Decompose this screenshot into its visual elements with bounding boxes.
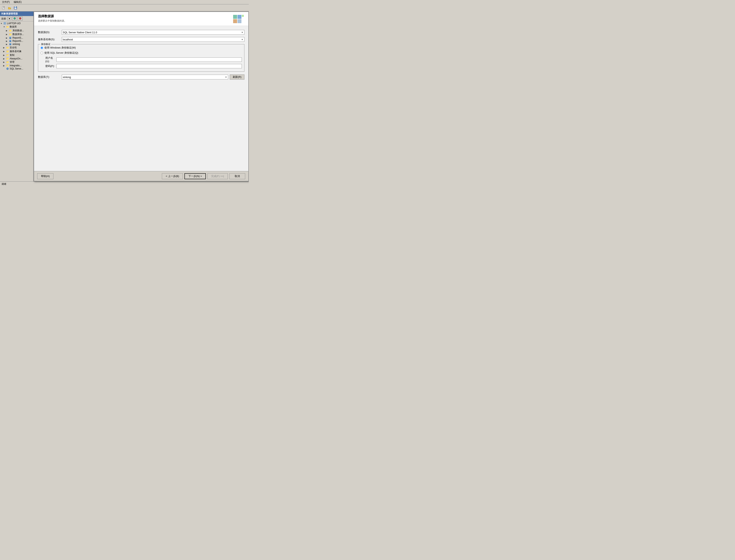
svg-point-19 [9,44,11,45]
expand-alwayson[interactable]: ▶ [3,58,6,60]
footer-right: < 上一步(B) 下一步(N) > 完成(F) >>| 取消 [162,173,245,179]
db-icon-reports2 [9,40,12,42]
toolbar-save-btn[interactable] [13,5,18,10]
sql-auth-radio[interactable] [41,52,43,54]
expand-management[interactable]: ▶ [3,61,6,63]
tree-node-server-label: LAPTOP-UO [7,22,21,25]
folder-icon-dbsnap: 📁 [9,33,12,36]
expand-replication[interactable]: ▶ [3,54,6,56]
svg-point-8 [19,17,21,19]
tree-node-integration-label: Integratio... [10,64,22,67]
datasource-select[interactable]: SQL Server Native Client 11.0 [62,30,245,35]
toolbar [0,4,249,11]
next-button[interactable]: 下一步(N) > [185,173,206,179]
expand-sys[interactable]: ▶ [6,30,9,32]
tree-node-xinlong[interactable]: ▶ xinlong [0,43,33,46]
db-icon-xinlong [9,43,12,46]
tree-node-alwayson[interactable]: ▶ 📁 AlwaysOn... [0,57,33,60]
sidebar-header: 对象资源管理器 [0,11,33,16]
tree-node-databases[interactable]: ▼ 📁 数据库 [0,25,33,29]
dialog-subtitle: 选择要从中复制数据的源。 [38,19,67,23]
tree-node-reports1-label: ReportS... [12,36,23,39]
dialog-title: 选择数据源 [38,14,67,18]
sql-auth-fields: 用户名(U): 密码(P): [41,56,242,68]
windows-auth-label: 使用 Windows 身份验证(W) [44,46,76,50]
connect-dropdown-btn[interactable]: ▼ [7,17,11,20]
dialog-header-text: 选择数据源 选择要从中复制数据的源。 [38,14,67,23]
tree-node-dbsnap[interactable]: ▶ 📁 数据库快... [0,32,33,36]
menu-file[interactable]: 文件(F) [1,0,11,4]
main-layout: 对象资源管理器 连接· ▼ ▼ LAPTOP-UO ▼ � [0,11,249,181]
folder-icon-sys: 📁 [9,29,12,32]
expand-xinlong[interactable]: ▶ [6,43,9,45]
windows-auth-row: 使用 Windows 身份验证(W) [41,46,242,50]
folder-icon-serverobj: 📁 [6,50,9,53]
expand-server[interactable]: ▼ [0,22,3,25]
datasource-label: 数据源(D): [38,30,62,34]
tree-node-reports1[interactable]: ▶ ReportS... [0,36,33,39]
svg-rect-24 [238,19,242,23]
toolbar-open-btn[interactable] [7,5,12,10]
auth-group-title: 身份验证 [40,43,51,46]
database-select[interactable]: xinlong [62,75,228,79]
tree-node-replication[interactable]: ▶ 📁 复制 [0,53,33,57]
disconnect-btn[interactable] [18,17,23,21]
dialog-footer: 帮助(H) < 上一步(B) 下一步(N) > 完成(F) >>| 取消 [34,171,248,181]
database-row: 数据库(T): xinlong 刷新(R) [38,74,245,80]
tree-node-serverobj-label: 服务器对象 [10,50,22,53]
svg-point-13 [9,38,11,39]
tree-node-server[interactable]: ▼ LAPTOP-UO [0,22,33,25]
tree-node-alwayson-label: AlwaysOn... [10,57,22,60]
svg-rect-6 [14,8,16,9]
expand-dbsnap[interactable]: ▶ [6,33,9,35]
tree-node-integration[interactable]: ▶ 📁 Integratio... [0,64,33,67]
cancel-button[interactable]: 取消 [229,173,245,179]
server-select-wrapper: localhost [62,37,245,42]
expand-reports1[interactable]: ▶ [6,37,9,39]
svg-point-20 [7,68,9,70]
folder-icon-management: 📁 [6,61,9,64]
tree-node-sys[interactable]: ▶ 📁 系统数据... [0,29,33,32]
database-label: 数据库(T): [38,75,62,79]
datasource-control: SQL Server Native Client 11.0 [62,30,245,35]
username-input[interactable] [56,57,242,62]
back-button[interactable]: < 上一步(B) [162,173,183,179]
sql-auth-row: 使用 SQL Server 身份验证(Q) [41,51,242,55]
tree-node-sqlserver[interactable]: SQL Serve... [0,67,33,70]
folder-icon-replication: 📁 [6,54,9,57]
help-button[interactable]: 帮助(H) [37,173,53,179]
tree-node-management[interactable]: ▶ 📁 管理 [0,60,33,64]
password-row: 密码(P): [41,64,242,68]
password-input[interactable] [56,64,242,68]
menu-edit[interactable]: 编辑(E) [12,0,23,4]
connect-icon-btn[interactable] [12,17,17,21]
expand-security[interactable]: ▶ [3,47,6,49]
expand-databases[interactable]: ▼ [3,26,6,28]
folder-icon-alwayson: 📁 [6,57,9,60]
tree-node-reports2-label: ReportS... [12,40,23,42]
tree-area: ▼ LAPTOP-UO ▼ 📁 数据库 ▶ 📁 系统数据... ▶ [0,21,33,181]
server-select[interactable]: localhost [62,37,245,42]
toolbar-new-btn[interactable] [1,5,6,10]
sidebar-connect-bar: 连接· ▼ [0,16,33,21]
expand-reports2[interactable]: ▶ [6,40,9,42]
tree-node-xinlong-label: xinlong [12,43,20,46]
svg-rect-21 [233,15,237,19]
tree-node-management-label: 管理 [10,60,14,64]
windows-auth-radio[interactable] [41,47,43,49]
tree-node-reports2[interactable]: ▶ ReportS... [0,39,33,43]
expand-serverobj[interactable]: ▶ [3,50,6,52]
svg-rect-9 [4,22,6,23]
finish-button[interactable]: 完成(F) >>| [207,173,228,179]
auth-group-box: 身份验证 使用 Windows 身份验证(W) 使用 SQL Server 身份… [38,44,245,72]
tree-node-serverobj[interactable]: ▶ 📁 服务器对象 [0,50,33,53]
server-label: 服务器名称(S): [38,38,62,41]
refresh-button[interactable]: 刷新(R) [230,74,245,80]
tree-node-security-label: 安全性 [10,46,17,49]
expand-integration[interactable]: ▶ [3,65,6,67]
dialog: 选择数据源 选择要从中复制数据的源。 [34,11,249,181]
tree-node-security[interactable]: ▶ 📁 安全性 [0,46,33,50]
db-icon-reports1 [9,36,12,39]
username-label: 用户名(U): [41,56,56,63]
status-bar: 就绪 [0,181,249,187]
